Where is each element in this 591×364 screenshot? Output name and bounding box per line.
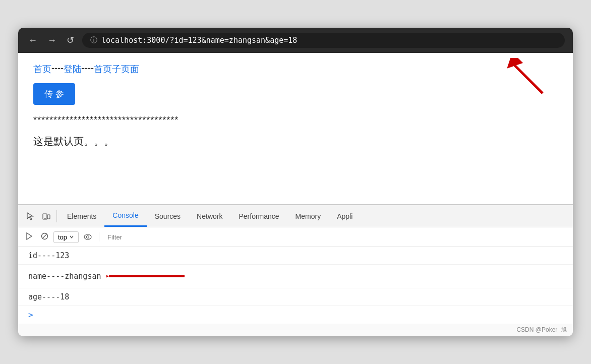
info-icon: ⓘ [90,36,97,45]
console-row-age-text: age----18 [28,292,69,301]
console-row-name: name----zhangsan [18,265,573,288]
circle-slash-icon [41,232,48,240]
devtools-divider [56,210,57,222]
back-button[interactable]: ← [26,35,39,46]
svg-marker-2 [27,213,33,220]
watermark-text: CSDN @Poker_旭 [516,326,567,333]
nav-sep2: ---- [82,63,94,75]
prompt-symbol: > [28,310,33,320]
forward-button[interactable]: → [45,35,58,46]
chevron-down-icon [69,234,74,239]
tab-sources[interactable]: Sources [147,206,189,226]
nav-links: 首页 ---- 登陆 ---- 首页子页面 [33,63,558,75]
tab-application[interactable]: Appli [329,206,361,226]
device-icon [42,212,50,220]
svg-line-8 [42,234,47,238]
devtools-tabs: Elements Console Sources Network Perform… [18,205,573,227]
tab-elements[interactable]: Elements [59,206,104,226]
svg-point-10 [87,235,89,238]
csdn-watermark: CSDN @Poker_旭 [18,324,573,336]
address-bar[interactable]: ⓘ localhost:3000/?id=123&name=zhangsan&a… [82,33,565,48]
nav-login-link[interactable]: 登陆 [64,63,82,75]
top-label: top [58,233,67,241]
stars-text: ************************************ [33,115,558,126]
console-row-id: id----123 [18,247,573,265]
cursor-icon-btn[interactable] [22,207,38,225]
svg-line-1 [512,63,543,93]
svg-marker-6 [27,233,32,239]
clear-console-button[interactable] [22,230,36,244]
console-row-id-text: id----123 [28,251,69,260]
filter-input[interactable] [103,232,569,242]
page-content: 首页 ---- 登陆 ---- 首页子页面 传 参 **************… [18,53,573,204]
svg-rect-4 [47,215,50,219]
nav-home-link[interactable]: 首页 [33,63,51,75]
console-output: id----123 name----zhangsan age----18 [18,247,573,324]
console-prompt[interactable]: > [18,306,573,324]
tab-memory[interactable]: Memory [287,206,329,226]
tab-console[interactable]: Console [104,205,146,227]
nav-sep1: ---- [51,63,64,75]
top-dropdown[interactable]: top [53,231,79,243]
tab-performance[interactable]: Performance [230,206,287,226]
no-filter-button[interactable] [38,230,51,244]
red-arrow-up-right [507,58,548,98]
chuancan-button[interactable]: 传 参 [33,83,75,105]
console-row-name-text: name----zhangsan [28,272,101,281]
devtools-panel: Elements Console Sources Network Perform… [18,204,573,324]
eye-icon-btn[interactable] [81,231,95,244]
browser-chrome: ← → ↺ ⓘ localhost:3000/?id=123&name=zhan… [18,28,573,53]
devtools-toolbar: top [18,227,573,247]
play-icon [25,232,33,240]
address-text: localhost:3000/?id=123&name=zhangsan&age… [101,36,297,45]
cursor-icon [26,212,34,220]
nav-sub-link[interactable]: 首页子页面 [94,63,139,75]
default-page-text: 这是默认页。。。 [33,135,558,148]
refresh-button[interactable]: ↺ [65,35,76,46]
responsive-icon-btn[interactable] [38,207,54,225]
browser-window: ← → ↺ ⓘ localhost:3000/?id=123&name=zhan… [18,28,573,336]
tab-network[interactable]: Network [189,206,230,226]
eye-icon [84,234,92,240]
console-row-age: age----18 [18,288,573,306]
toolbar-separator [99,232,99,241]
red-arrow-left [106,269,187,284]
svg-point-9 [84,234,91,239]
